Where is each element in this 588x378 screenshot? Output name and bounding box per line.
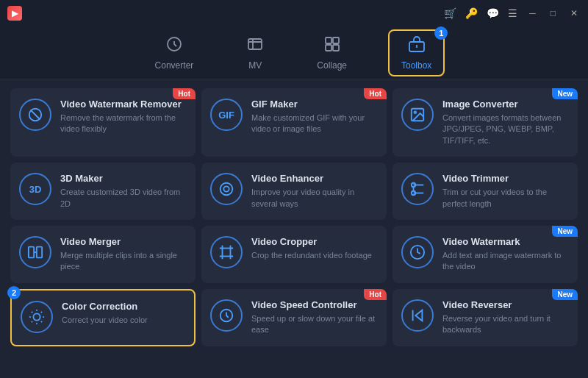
video-merger-info: Video MergerMerge multiple clips into a …	[60, 236, 187, 273]
color-correction-desc: Correct your video color	[62, 315, 185, 326]
svg-rect-21	[223, 248, 231, 256]
tool-card-video-enhancer[interactable]: Video EnhancerImprove your video quality…	[201, 163, 387, 220]
message-icon[interactable]: 💬	[487, 7, 499, 19]
image-converter-desc: Convert images formats between JPG/JPEG,…	[442, 113, 569, 146]
badge-hot: Hot	[173, 88, 196, 99]
converter-icon	[165, 35, 183, 57]
nav-tab-mv[interactable]: MV	[234, 29, 276, 76]
color-correction-info: Color CorrectionCorrect your video color	[62, 301, 185, 326]
nav-tab-label-mv: MV	[248, 60, 262, 71]
nav-tab-label-converter: Converter	[155, 60, 194, 71]
nav-tab-toolbox[interactable]: 1Toolbox	[388, 29, 445, 76]
video-speed-controller-desc: Speed up or slow down your file at ease	[251, 313, 378, 336]
image-converter-info: Image ConverterConvert images formats be…	[442, 99, 569, 146]
3d-maker-icon: 3D	[19, 173, 51, 205]
tool-card-3d-maker[interactable]: 3D3D MakerCreate customized 3D video fro…	[10, 163, 196, 220]
video-merger-name: Video Merger	[60, 236, 187, 247]
video-speed-controller-icon	[210, 299, 243, 332]
svg-line-9	[31, 110, 40, 120]
video-speed-controller-info: Video Speed ControllerSpeed up or slow d…	[251, 299, 378, 336]
tools-grid: HotVideo Watermark RemoverRemove the wat…	[10, 88, 578, 346]
nav-tab-collage[interactable]: Collage	[305, 29, 359, 76]
video-enhancer-info: Video EnhancerImprove your video quality…	[251, 173, 378, 210]
badge-hot: Hot	[364, 88, 387, 99]
video-enhancer-name: Video Enhancer	[251, 173, 378, 184]
tool-card-video-watermark-remover[interactable]: HotVideo Watermark RemoverRemove the wat…	[10, 88, 196, 157]
video-trimmer-info: Video TrimmerTrim or cut your videos to …	[442, 173, 569, 210]
video-speed-controller-name: Video Speed Controller	[251, 299, 378, 310]
gif-maker-desc: Make customized GIF with your video or i…	[251, 113, 378, 135]
nav-tab-label-collage: Collage	[317, 60, 347, 71]
tab-badge: 1	[434, 26, 448, 40]
video-reverser-name: Video Reverser	[442, 299, 569, 310]
video-watermark-info: Video WatermarkAdd text and image waterm…	[442, 236, 569, 273]
svg-point-22	[33, 313, 40, 320]
video-merger-desc: Merge multiple clips into a single piece	[60, 250, 187, 273]
video-cropper-info: Video CropperCrop the redundant video fo…	[251, 236, 378, 261]
3d-maker-name: 3D Maker	[60, 173, 187, 184]
badge-hot: Hot	[364, 289, 387, 300]
badge-new: New	[552, 88, 578, 99]
collage-icon	[323, 35, 341, 57]
video-reverser-info: Video ReverserReverse your video and tur…	[442, 299, 569, 336]
cart-icon[interactable]: 🛒	[444, 7, 456, 19]
app-icon: ▶	[7, 6, 22, 21]
svg-rect-19	[37, 247, 42, 258]
svg-rect-18	[29, 247, 34, 258]
svg-rect-2	[326, 38, 331, 43]
video-cropper-name: Video Cropper	[251, 236, 378, 247]
mv-icon	[246, 35, 264, 57]
toolbox-icon	[408, 35, 426, 57]
color-correction-name: Color Correction	[62, 301, 185, 312]
svg-rect-4	[326, 45, 331, 51]
video-reverser-icon	[401, 299, 434, 332]
tool-card-image-converter[interactable]: NewImage ConverterConvert images formats…	[392, 88, 578, 157]
video-cropper-icon	[210, 236, 243, 268]
content-area: HotVideo Watermark RemoverRemove the wat…	[0, 79, 588, 378]
image-converter-icon	[401, 99, 434, 131]
video-watermark-name: Video Watermark	[442, 236, 569, 247]
minimize-button[interactable]: ─	[526, 8, 539, 18]
svg-rect-5	[333, 45, 339, 51]
nav-tab-converter[interactable]: Converter	[143, 29, 206, 76]
tool-card-video-cropper[interactable]: Video CropperCrop the redundant video fo…	[201, 226, 387, 283]
tool-card-video-trimmer[interactable]: Video TrimmerTrim or cut your videos to …	[392, 163, 578, 220]
video-trimmer-desc: Trim or cut your videos to the perfect l…	[442, 187, 569, 210]
gif-maker-info: GIF MakerMake customized GIF with your v…	[251, 99, 378, 135]
svg-point-11	[414, 111, 416, 113]
gif-maker-icon: GIF	[210, 99, 243, 131]
tool-card-video-merger[interactable]: Video MergerMerge multiple clips into a …	[10, 226, 196, 283]
tool-card-video-reverser[interactable]: NewVideo ReverserReverse your video and …	[392, 289, 578, 346]
video-enhancer-icon	[210, 173, 243, 205]
tool-card-color-correction[interactable]: 2Color CorrectionCorrect your video colo…	[10, 289, 196, 346]
close-button[interactable]: ✕	[567, 8, 581, 18]
video-trimmer-name: Video Trimmer	[442, 173, 569, 184]
tool-card-gif-maker[interactable]: HotGIFGIF MakerMake customized GIF with …	[201, 88, 387, 157]
restore-button[interactable]: □	[548, 8, 559, 18]
svg-marker-32	[415, 310, 422, 321]
color-correction-icon	[21, 301, 53, 333]
video-watermark-remover-icon	[19, 99, 51, 131]
title-bar: ▶ 🛒 🔑 💬 ☰ ─ □ ✕	[0, 0, 588, 26]
video-enhancer-desc: Improve your video quality in several wa…	[251, 187, 378, 210]
svg-line-30	[41, 312, 42, 313]
video-watermark-icon	[401, 236, 434, 268]
badge-number: 2	[7, 286, 21, 299]
video-cropper-desc: Crop the redundant video footage	[251, 250, 378, 261]
tool-card-video-speed-controller[interactable]: HotVideo Speed ControllerSpeed up or slo…	[201, 289, 387, 346]
3d-maker-info: 3D MakerCreate customized 3D video from …	[60, 173, 187, 210]
video-watermark-remover-info: Video Watermark RemoverRemove the waterm…	[60, 99, 187, 135]
tool-card-video-watermark[interactable]: NewVideo WatermarkAdd text and image wat…	[392, 226, 578, 283]
video-reverser-desc: Reverse your video and turn it backwards	[442, 313, 569, 336]
svg-rect-3	[333, 38, 339, 43]
video-watermark-remover-name: Video Watermark Remover	[60, 99, 187, 110]
svg-line-26	[41, 321, 42, 322]
video-watermark-remover-desc: Remove the watermark from the video flex…	[60, 113, 187, 135]
3d-maker-desc: Create customized 3D video from 2D	[60, 187, 187, 210]
gift-icon[interactable]: 🔑	[465, 7, 478, 19]
svg-point-12	[220, 183, 233, 196]
svg-line-25	[32, 312, 32, 313]
menu-icon[interactable]: ☰	[508, 7, 517, 19]
nav-tabs: ConverterMVCollage1Toolbox	[0, 26, 588, 79]
image-converter-name: Image Converter	[442, 99, 569, 110]
